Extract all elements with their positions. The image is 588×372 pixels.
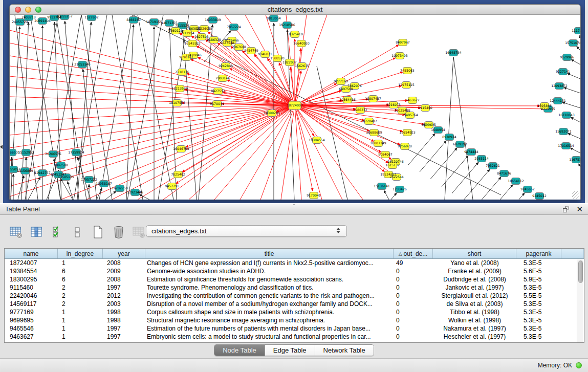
cell-pagerank[interactable]: 5.5E-5 — [516, 292, 561, 300]
cell-short[interactable]: Wolkin et al. (1998) — [433, 316, 516, 324]
cell-in_degree[interactable]: 1 — [58, 259, 103, 267]
cell-title[interactable]: Disruption of a novel member of a sodium… — [145, 300, 394, 308]
graph-edge[interactable] — [60, 179, 73, 200]
tab-edge-table[interactable]: Edge Table — [265, 345, 315, 356]
cell-name[interactable]: 9699695 — [5, 316, 58, 324]
graph-edge[interactable] — [452, 162, 478, 193]
table-options-icon[interactable] — [9, 225, 24, 239]
table-row[interactable]: 1456911722003Disruption of a novel membe… — [5, 300, 584, 308]
cell-in_degree[interactable]: 6 — [58, 275, 103, 283]
table-row[interactable]: 1872400712008Changes of HCN gene express… — [5, 259, 584, 267]
cell-in_degree[interactable]: 1 — [58, 308, 103, 316]
table-row[interactable]: 911546021997Tourette syndrome. Phenomeno… — [5, 283, 584, 292]
graph-edge[interactable] — [420, 141, 446, 172]
table-row[interactable]: 946554611997Estimation of the future num… — [5, 324, 584, 333]
cell-in_degree[interactable]: 2 — [58, 283, 103, 292]
row-squares-icon[interactable] — [71, 225, 85, 239]
graph-edge[interactable] — [10, 105, 295, 148]
cell-year[interactable]: 2009 — [103, 267, 145, 275]
graph-edge[interactable] — [281, 105, 295, 200]
graph-edge[interactable] — [571, 59, 580, 64]
graph-edge[interactable] — [97, 188, 102, 200]
cell-name[interactable]: 18300295 — [5, 275, 58, 283]
cell-year[interactable]: 2003 — [103, 300, 145, 308]
network-canvas[interactable]: 2405572424037182069140699137041065525715… — [10, 15, 580, 200]
column-header-year[interactable]: year — [103, 249, 145, 258]
cell-pagerank[interactable]: 5.9E-5 — [516, 275, 561, 283]
cell-short[interactable]: Hescheler et al. (1997) — [433, 333, 516, 341]
cell-year[interactable]: 1998 — [103, 308, 145, 316]
cell-pagerank[interactable]: 5.3E-5 — [516, 283, 561, 292]
cell-title[interactable]: Estimation of the future numbers of pati… — [145, 324, 394, 333]
cell-year[interactable]: 1997 — [103, 333, 145, 341]
graph-edge[interactable] — [10, 105, 295, 173]
cell-in_degree[interactable]: 2 — [58, 300, 103, 308]
graph-edge[interactable] — [498, 193, 525, 200]
cell-title[interactable]: Structural magnetic resonance image aver… — [145, 316, 394, 324]
graph-edge[interactable] — [74, 15, 107, 200]
float-panel-icon[interactable] — [563, 206, 569, 212]
cell-pagerank[interactable]: 5.3E-5 — [516, 308, 561, 316]
cell-name[interactable]: 22420046 — [5, 292, 58, 300]
cell-year[interactable]: 1998 — [103, 316, 145, 324]
column-header-in_degree[interactable]: in_degree — [58, 249, 103, 258]
column-header-pagerank[interactable]: pagerank — [516, 249, 561, 258]
cell-out_de[interactable]: 0 — [394, 275, 433, 283]
graph-edge[interactable] — [384, 190, 389, 200]
delete-table-icon[interactable] — [112, 225, 126, 239]
tab-node-table[interactable]: Node Table — [214, 345, 265, 356]
graph-edge[interactable] — [10, 105, 295, 110]
cell-name[interactable]: 19384554 — [5, 267, 58, 275]
graph-edge[interactable] — [10, 30, 295, 105]
cell-title[interactable]: Tourette syndrome. Phenomenology and cla… — [145, 283, 394, 292]
cell-pagerank[interactable]: 5.3E-5 — [516, 316, 561, 324]
cell-out_de[interactable]: 0 — [394, 267, 433, 275]
graph-edge[interactable] — [430, 148, 457, 179]
table-selector-dropdown[interactable]: citations_edges.txt — [146, 225, 347, 237]
graph-edge[interactable] — [68, 182, 73, 200]
cell-name[interactable]: 14569117 — [5, 300, 58, 308]
cell-out_de[interactable]: 0 — [394, 316, 433, 324]
citation-graph[interactable]: 2405572424037182069140699137041065525715… — [10, 15, 580, 200]
graph-edge[interactable] — [260, 105, 295, 200]
graph-edge[interactable] — [564, 87, 580, 93]
tab-network-table[interactable]: Network Table — [315, 345, 374, 356]
select-columns-icon[interactable] — [30, 225, 44, 239]
graph-edge[interactable] — [370, 193, 397, 200]
network-window-titlebar[interactable]: citations_edges.txt — [10, 5, 580, 15]
cell-year[interactable]: 2008 — [103, 259, 145, 267]
selection-checkboxes-icon[interactable] — [50, 225, 64, 239]
graph-edge[interactable] — [562, 102, 580, 108]
cell-in_degree[interactable]: 1 — [58, 316, 103, 324]
graph-edge[interactable] — [486, 185, 513, 200]
graph-edge[interactable] — [568, 134, 580, 139]
cell-out_de[interactable]: 0 — [394, 283, 433, 292]
cell-pagerank[interactable]: 5.3E-5 — [516, 300, 561, 308]
table-row[interactable]: 1938455462009Genome-wide association stu… — [5, 267, 584, 275]
table-row[interactable]: 977716911998Corpus callosum shape and si… — [5, 308, 584, 316]
new-table-icon[interactable] — [91, 225, 105, 239]
cell-out_de[interactable]: 0 — [394, 292, 433, 300]
vertical-scrollbar[interactable] — [577, 259, 583, 342]
cell-out_de[interactable]: 49 — [394, 259, 433, 267]
graph-edge[interactable] — [11, 27, 20, 200]
resize-grip-icon[interactable] — [572, 191, 579, 199]
scrollbar-thumb[interactable] — [578, 260, 583, 283]
graph-edge[interactable] — [48, 15, 81, 200]
close-panel-icon[interactable]: ✕ — [576, 206, 583, 212]
cell-year[interactable]: 2012 — [103, 292, 145, 300]
cell-name[interactable]: 9463627 — [5, 333, 58, 341]
column-header-name[interactable]: name — [5, 249, 58, 258]
graph-edge[interactable] — [295, 105, 301, 200]
graph-edge[interactable] — [18, 176, 24, 200]
cell-short[interactable]: Franke et al. (2009) — [433, 267, 516, 275]
graph-edge[interactable] — [295, 105, 342, 200]
cell-in_degree[interactable]: 2 — [58, 292, 103, 300]
minimize-window-icon[interactable] — [25, 7, 31, 13]
graph-edge[interactable] — [81, 15, 112, 200]
cell-title[interactable]: Changes of HCN gene expression and I(f) … — [145, 259, 394, 267]
graph-edge[interactable] — [580, 35, 580, 38]
cell-name[interactable]: 9777169 — [5, 308, 58, 316]
graph-edge[interactable] — [214, 105, 295, 200]
graph-edge[interactable] — [567, 73, 580, 79]
